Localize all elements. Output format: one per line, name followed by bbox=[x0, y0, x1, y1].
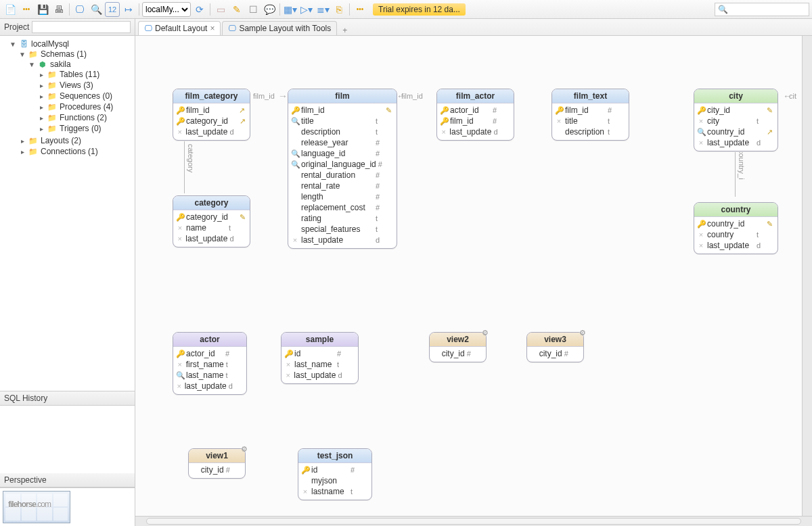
column-row[interactable]: ×last_updated bbox=[291, 235, 394, 245]
monitor-icon[interactable]: 🖵 bbox=[72, 2, 87, 17]
editor-tab[interactable]: 🖵Sample Layout with Tools bbox=[222, 21, 337, 35]
column-row[interactable]: city_id# bbox=[432, 348, 483, 359]
cfg-icon[interactable]: ≣▾ bbox=[315, 2, 330, 17]
column-row[interactable]: 🔑city_id✎ bbox=[697, 105, 775, 116]
column-row[interactable]: ×titlet bbox=[555, 116, 626, 126]
column-row[interactable]: release_year# bbox=[291, 137, 394, 148]
column-row[interactable]: 🔑actor_id# bbox=[176, 348, 244, 359]
column-row[interactable]: ×cityt bbox=[697, 116, 775, 126]
tree-item[interactable]: ▸📁Tables (11) bbox=[38, 70, 135, 79]
entity-film_category[interactable]: film_category🔑film_id↗🔑category_id↗×last… bbox=[173, 89, 250, 141]
entity-view2[interactable]: ⚙view2city_id# bbox=[429, 332, 487, 362]
twelve-button[interactable]: 12 bbox=[105, 2, 120, 17]
column-row[interactable]: 🔑actor_id# bbox=[440, 105, 511, 116]
entity-view1[interactable]: ⚙view1city_id# bbox=[188, 448, 246, 479]
entity-header[interactable]: sample bbox=[281, 333, 358, 347]
column-row[interactable]: rental_duration# bbox=[291, 170, 394, 181]
column-row[interactable]: 🔍original_language_id# bbox=[291, 159, 394, 170]
entity-header[interactable]: view2 bbox=[430, 333, 486, 347]
entity-country[interactable]: country🔑country_id✎×countryt×last_update… bbox=[694, 202, 778, 254]
save-icon[interactable]: 💾 bbox=[35, 2, 50, 17]
column-row[interactable]: 🔍last_namet bbox=[176, 370, 244, 381]
column-row[interactable]: ×last_updated bbox=[440, 126, 511, 137]
entity-header[interactable]: film_text bbox=[552, 89, 629, 103]
column-row[interactable]: 🔑category_id↗ bbox=[176, 116, 247, 126]
note-icon[interactable]: ▭ bbox=[213, 2, 228, 17]
column-row[interactable]: 🔍country_id↗ bbox=[697, 126, 775, 137]
entity-header[interactable]: test_json bbox=[298, 449, 371, 463]
entity-header[interactable]: actor bbox=[173, 333, 246, 347]
search-input[interactable]: 🔍 bbox=[715, 3, 809, 16]
column-row[interactable]: descriptiont bbox=[291, 126, 394, 137]
pencil-icon[interactable]: ✎ bbox=[229, 2, 244, 17]
column-row[interactable]: ×last_updated bbox=[697, 240, 775, 251]
entity-header[interactable]: country bbox=[694, 203, 777, 217]
column-row[interactable]: 🔍titlet bbox=[291, 116, 394, 126]
print-icon[interactable]: 🖶 bbox=[51, 2, 66, 17]
column-row[interactable]: 🔑film_id# bbox=[440, 116, 511, 126]
project-tree[interactable]: ▼🗄localMysql ▼📁Schemas (1) ▼⬢sakila ▸📁Ta… bbox=[0, 36, 135, 391]
column-row[interactable]: ratingt bbox=[291, 213, 394, 224]
column-row[interactable]: ×last_namet bbox=[284, 359, 355, 370]
column-row[interactable]: 🔍language_id# bbox=[291, 148, 394, 159]
trial-banner[interactable]: Trial expires in 12 da... bbox=[373, 3, 466, 16]
entity-view3[interactable]: ⚙view3city_id# bbox=[526, 332, 584, 362]
entity-film_text[interactable]: film_text🔑film_id#×titletdescriptiont bbox=[551, 89, 629, 141]
more2-icon[interactable]: ••• bbox=[353, 2, 367, 17]
column-row[interactable]: 🔑film_id✎ bbox=[291, 105, 394, 116]
entity-header[interactable]: category bbox=[173, 196, 250, 210]
column-row[interactable]: ×first_namet bbox=[176, 359, 244, 370]
column-row[interactable]: 🔑category_id✎ bbox=[176, 212, 247, 222]
column-row[interactable]: length# bbox=[291, 191, 394, 202]
entity-category[interactable]: category🔑category_id✎×namet×last_updated bbox=[173, 195, 250, 247]
entity-sample[interactable]: sample🔑id#×last_namet×last_updated bbox=[281, 332, 359, 384]
vertical-scrollbar[interactable] bbox=[802, 36, 812, 516]
column-row[interactable]: ×last_updated bbox=[284, 370, 355, 381]
connection-select[interactable]: localMy... bbox=[142, 2, 191, 17]
column-row[interactable]: 🔑film_id↗ bbox=[176, 105, 247, 116]
entity-header[interactable]: film bbox=[288, 89, 397, 103]
column-row[interactable]: city_id# bbox=[530, 348, 581, 359]
tree-schemas[interactable]: Schemas (1) bbox=[41, 49, 87, 59]
horizontal-scrollbar[interactable] bbox=[135, 516, 812, 526]
entity-header[interactable]: city bbox=[694, 89, 777, 103]
perspective-thumb[interactable] bbox=[0, 487, 135, 526]
column-row[interactable]: ×countryt bbox=[697, 229, 775, 240]
tree-item[interactable]: ▸📁Sequences (0) bbox=[38, 91, 135, 101]
project-filter-input[interactable] bbox=[32, 21, 131, 33]
more-icon[interactable]: ••• bbox=[19, 2, 34, 17]
column-row[interactable]: replacement_cost# bbox=[291, 202, 394, 213]
tree-root[interactable]: localMysql bbox=[31, 39, 69, 49]
entity-header[interactable]: view1 bbox=[189, 449, 245, 463]
tree-item[interactable]: ▸📁Functions (2) bbox=[38, 113, 135, 122]
perspective-header[interactable]: Perspective bbox=[0, 473, 135, 487]
column-row[interactable]: city_id# bbox=[191, 464, 242, 475]
column-row[interactable]: ×lastnamet bbox=[301, 486, 369, 497]
entity-header[interactable]: film_actor bbox=[437, 89, 514, 103]
forward-icon[interactable]: ↦ bbox=[121, 2, 136, 17]
column-row[interactable]: descriptiont bbox=[555, 126, 626, 137]
run-icon[interactable]: ▷▾ bbox=[299, 2, 314, 17]
column-row[interactable]: ×namet bbox=[176, 222, 247, 233]
entity-film[interactable]: film🔑film_id✎🔍titletdescriptiontrelease_… bbox=[288, 89, 397, 249]
tree-connections[interactable]: Connections (1) bbox=[41, 147, 98, 156]
sql-history-header[interactable]: SQL History bbox=[0, 391, 135, 406]
refresh-icon[interactable]: ⟳ bbox=[192, 2, 207, 17]
column-row[interactable]: myjson bbox=[301, 475, 369, 486]
comment-icon[interactable]: 💬 bbox=[262, 2, 277, 17]
copy-icon[interactable]: ⎘ bbox=[332, 2, 346, 17]
column-row[interactable]: ×last_updated bbox=[176, 233, 247, 244]
column-row[interactable]: ×last_updated bbox=[697, 137, 775, 148]
entity-header[interactable]: film_category bbox=[173, 89, 250, 103]
column-row[interactable]: 🔑id# bbox=[284, 348, 355, 359]
new-icon[interactable]: 📄 bbox=[3, 2, 18, 17]
entity-film_actor[interactable]: film_actor🔑actor_id#🔑film_id#×last_updat… bbox=[436, 89, 514, 141]
tree-item[interactable]: ▸📁Procedures (4) bbox=[38, 102, 135, 112]
column-row[interactable]: 🔑id# bbox=[301, 464, 369, 475]
entity-test_json[interactable]: test_json🔑id#myjson×lastnamet bbox=[298, 448, 372, 500]
tag-icon[interactable]: ☐ bbox=[246, 2, 261, 17]
zoom-icon[interactable]: 🔍 bbox=[89, 2, 104, 17]
entity-header[interactable]: view3 bbox=[527, 333, 583, 347]
tree-item[interactable]: ▸📁Views (3) bbox=[38, 80, 135, 90]
tree-schema-sakila[interactable]: sakila bbox=[50, 59, 71, 69]
